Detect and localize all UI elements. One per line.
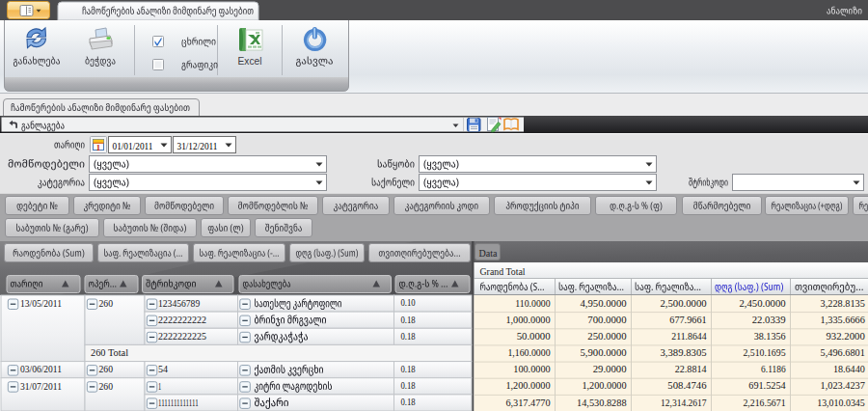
svg-text:508.4746: 508.4746 [667, 379, 707, 391]
svg-text:54: 54 [158, 363, 168, 374]
svg-text:13,010.0345: 13,010.0345 [817, 397, 865, 408]
svg-text:1,200.0000: 1,200.0000 [582, 379, 627, 391]
svg-text:29.0000: 29.0000 [593, 363, 627, 374]
svg-text:31/07/2011: 31/07/2011 [20, 380, 62, 392]
svg-text:2222222225: 2222222225 [158, 330, 206, 342]
svg-text:110.0000: 110.0000 [515, 297, 551, 309]
svg-text:Grand Total: Grand Total [480, 265, 526, 277]
svg-text:250.0000: 250.0000 [587, 330, 627, 342]
svg-text:1111111111111: 1111111111111 [158, 397, 199, 408]
svg-text:100.0000: 100.0000 [513, 363, 551, 374]
svg-text:38.1356: 38.1356 [754, 330, 786, 342]
svg-text:6,317.4770: 6,317.4770 [505, 397, 551, 408]
svg-text:0.18: 0.18 [401, 364, 416, 374]
svg-text:1: 1 [158, 380, 161, 392]
svg-text:0.18: 0.18 [401, 331, 416, 342]
svg-text:123456789: 123456789 [158, 297, 201, 309]
svg-text:14,530.8288: 14,530.8288 [577, 397, 627, 408]
svg-text:2,500.0000: 2,500.0000 [660, 297, 707, 309]
svg-text:0.10: 0.10 [401, 297, 416, 308]
svg-text:1: 1 [96, 143, 100, 152]
svg-text:13/05/2011: 13/05/2011 [20, 297, 62, 309]
svg-text:6.1186: 6.1186 [761, 363, 786, 374]
svg-text:260: 260 [99, 297, 114, 309]
svg-text:3,228.8135: 3,228.8135 [821, 297, 866, 309]
svg-text:22.8814: 22.8814 [675, 363, 707, 374]
svg-text:Excel: Excel [238, 56, 262, 67]
svg-text:31/12/2011: 31/12/2011 [177, 140, 218, 151]
svg-text:1,335.6666: 1,335.6666 [821, 314, 866, 325]
svg-text:18.6440: 18.6440 [833, 363, 865, 374]
svg-text:677.9661: 677.9661 [669, 314, 706, 325]
svg-text:03/06/2011: 03/06/2011 [20, 363, 62, 374]
svg-text:1,160.0000: 1,160.0000 [507, 346, 551, 358]
svg-text:2,510.1695: 2,510.1695 [743, 346, 786, 358]
svg-text:0.18: 0.18 [401, 397, 416, 407]
svg-text:2,450.0000: 2,450.0000 [739, 297, 786, 309]
svg-text:50.0000: 50.0000 [517, 330, 551, 342]
svg-text:0.18: 0.18 [401, 380, 416, 391]
svg-text:260 Total: 260 Total [91, 346, 128, 358]
svg-text:3,389.8305: 3,389.8305 [660, 346, 707, 358]
svg-text:5,900.0000: 5,900.0000 [580, 346, 627, 358]
svg-text:1,000.0000: 1,000.0000 [505, 314, 551, 325]
svg-text:4,950.0000: 4,950.0000 [580, 297, 627, 309]
svg-text:Data: Data [479, 247, 498, 259]
svg-text:1,023.4237: 1,023.4237 [821, 379, 866, 391]
svg-text:12,314.2617: 12,314.2617 [661, 397, 707, 408]
svg-text:260: 260 [99, 380, 114, 392]
svg-text:1,200.0000: 1,200.0000 [505, 379, 551, 391]
svg-text:01/01/2011: 01/01/2011 [113, 140, 153, 151]
svg-text:2222222222: 2222222222 [158, 314, 206, 325]
svg-text:700.0000: 700.0000 [587, 314, 627, 325]
svg-text:2,216.5671: 2,216.5671 [743, 397, 785, 408]
svg-text:0.18: 0.18 [401, 315, 416, 325]
svg-text:22.0339: 22.0339 [752, 314, 786, 325]
svg-text:691.5254: 691.5254 [748, 379, 786, 391]
svg-text:260: 260 [99, 363, 114, 374]
svg-text:932.2000: 932.2000 [827, 330, 866, 342]
svg-text:211.8644: 211.8644 [671, 330, 707, 342]
svg-text:5,496.6801: 5,496.6801 [821, 346, 865, 358]
